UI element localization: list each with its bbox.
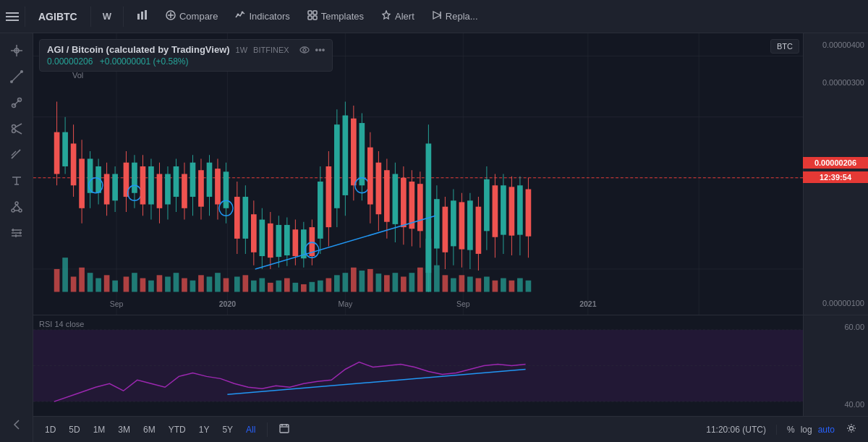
chart-type-icon xyxy=(137,9,148,23)
alert-button[interactable]: Alert xyxy=(374,7,422,26)
period-all[interactable]: All xyxy=(240,422,261,437)
svg-point-29 xyxy=(15,202,18,205)
svg-rect-154 xyxy=(224,171,229,208)
currency-badge: BTC xyxy=(770,39,799,54)
templates-button[interactable]: Templates xyxy=(300,7,371,26)
symbol-label[interactable]: AGIBTC xyxy=(31,7,85,26)
svg-rect-70 xyxy=(190,281,196,292)
period-1d[interactable]: 1D xyxy=(39,422,61,437)
svg-rect-93 xyxy=(384,275,390,292)
svg-line-28 xyxy=(15,130,22,134)
svg-rect-140 xyxy=(165,174,171,205)
interval-button[interactable]: W xyxy=(97,7,117,25)
svg-rect-75 xyxy=(234,276,240,292)
svg-rect-80 xyxy=(276,281,281,292)
back-arrow-tool[interactable] xyxy=(5,413,28,436)
svg-point-21 xyxy=(20,70,23,73)
svg-rect-180 xyxy=(326,166,332,227)
period-3m[interactable]: 3M xyxy=(112,422,136,437)
svg-rect-55 xyxy=(62,258,68,292)
alert-label: Alert xyxy=(395,11,414,22)
scissors-tool[interactable] xyxy=(5,117,28,140)
svg-rect-79 xyxy=(268,283,273,292)
templates-label: Templates xyxy=(321,11,364,22)
svg-rect-76 xyxy=(242,275,248,292)
settings-button[interactable] xyxy=(841,421,862,438)
text-tool[interactable] xyxy=(5,169,28,192)
svg-rect-68 xyxy=(174,273,179,292)
svg-point-245 xyxy=(850,427,854,430)
rsi-level-60: 60.00 xyxy=(807,323,864,331)
svg-rect-13 xyxy=(313,16,317,20)
svg-rect-106 xyxy=(493,281,498,292)
period-6m[interactable]: 6M xyxy=(137,422,161,437)
svg-rect-148 xyxy=(198,170,204,206)
svg-rect-81 xyxy=(284,279,290,292)
chart-title: AGI / Bitcoin (calculated by TradingView… xyxy=(47,44,325,55)
divider-2 xyxy=(90,7,91,27)
eye-icon[interactable] xyxy=(299,45,310,55)
price-change: +0.00000001 (+0.58%) xyxy=(100,56,189,67)
svg-rect-82 xyxy=(293,283,299,292)
svg-rect-195 xyxy=(384,170,390,221)
percent-button[interactable]: % xyxy=(787,425,795,435)
svg-rect-126 xyxy=(112,174,118,201)
svg-rect-65 xyxy=(148,281,154,292)
compare-button[interactable]: Compare xyxy=(158,7,225,26)
main-content: AGI / Bitcoin (calculated by TradingView… xyxy=(0,33,868,442)
network-tool[interactable] xyxy=(5,195,28,218)
replay-button[interactable]: Repla... xyxy=(425,7,485,26)
crosshair-tool[interactable] xyxy=(5,39,28,62)
svg-rect-71 xyxy=(198,275,204,292)
rsi-price-axis: 60.00 40.00 xyxy=(803,315,868,416)
indicators-button[interactable]: Indicators xyxy=(228,7,297,26)
more-options-icon[interactable]: ••• xyxy=(315,44,326,55)
auto-button[interactable]: auto xyxy=(818,425,835,435)
period-ytd[interactable]: YTD xyxy=(163,422,192,437)
svg-point-42 xyxy=(303,48,306,51)
svg-rect-169 xyxy=(284,225,290,255)
divider-1 xyxy=(25,7,25,27)
svg-rect-109 xyxy=(517,279,523,292)
date-range-button[interactable] xyxy=(273,421,295,438)
left-toolbar xyxy=(0,33,33,442)
svg-rect-87 xyxy=(334,275,340,292)
svg-rect-0 xyxy=(137,14,140,20)
main-price-chart[interactable]: AGI / Bitcoin (calculated by TradingView… xyxy=(33,33,868,315)
period-5d[interactable]: 5D xyxy=(63,422,85,437)
measure-tool[interactable] xyxy=(5,143,28,166)
svg-rect-134 xyxy=(140,166,146,205)
period-5y[interactable]: 5Y xyxy=(216,422,239,437)
svg-rect-94 xyxy=(393,273,399,292)
svg-rect-10 xyxy=(308,11,312,14)
svg-text:Sep: Sep xyxy=(110,299,124,309)
menu-button[interactable] xyxy=(6,12,19,21)
svg-rect-159 xyxy=(242,197,248,239)
svg-rect-107 xyxy=(501,279,506,292)
node-tool[interactable] xyxy=(5,91,28,114)
svg-rect-89 xyxy=(351,268,357,292)
rsi-level-40: 40.00 xyxy=(807,400,864,409)
svg-rect-102 xyxy=(459,275,465,292)
svg-rect-91 xyxy=(367,269,373,292)
svg-rect-59 xyxy=(95,279,101,292)
svg-rect-150 xyxy=(207,163,213,197)
levels-tool[interactable] xyxy=(5,221,28,245)
svg-rect-56 xyxy=(71,276,77,292)
svg-rect-67 xyxy=(165,276,171,292)
svg-rect-186 xyxy=(351,119,357,186)
svg-rect-118 xyxy=(79,158,85,208)
svg-rect-86 xyxy=(326,279,332,292)
bottom-toolbar: 1D 5D 1M 3M 6M YTD 1Y 5Y All 11:20:06 (U… xyxy=(33,416,868,442)
period-1y[interactable]: 1Y xyxy=(193,422,216,437)
svg-rect-73 xyxy=(215,273,221,292)
svg-rect-191 xyxy=(367,148,373,205)
chart-type-button[interactable] xyxy=(129,6,156,27)
svg-line-19 xyxy=(12,72,22,82)
svg-rect-101 xyxy=(451,279,456,292)
line-tool[interactable] xyxy=(5,65,28,88)
period-1m[interactable]: 1M xyxy=(88,422,111,437)
svg-rect-110 xyxy=(526,281,532,292)
log-button[interactable]: log xyxy=(801,425,812,435)
svg-text:May: May xyxy=(338,299,352,309)
